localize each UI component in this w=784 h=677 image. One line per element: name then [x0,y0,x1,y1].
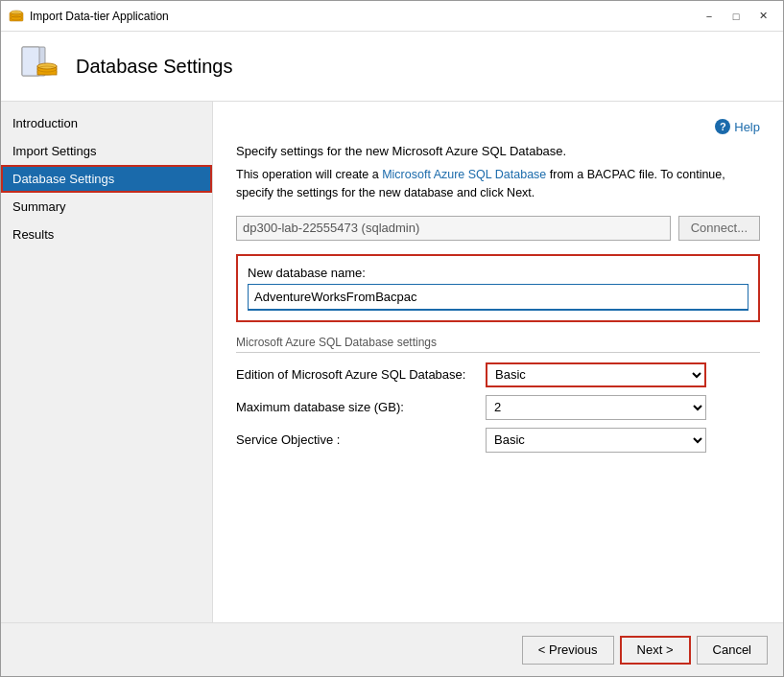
maximize-button[interactable]: □ [724,7,748,26]
previous-button[interactable]: < Previous [522,636,614,665]
sidebar: Introduction Import Settings Database Se… [1,102,213,622]
section-title: Specify settings for the new Microsoft A… [236,144,760,158]
max-size-row: Maximum database size (GB): 1 2 5 10 [236,395,760,420]
main-window: Import Data-tier Application − □ ✕ Datab… [0,0,784,677]
sidebar-item-results[interactable]: Results [1,221,212,248]
new-db-field-group: New database name: [236,254,760,322]
page-title: Database Settings [76,56,232,78]
sidebar-item-import-settings[interactable]: Import Settings [1,137,212,165]
service-objective-row: Service Objective : Basic S0 S1 S2 [236,428,760,453]
server-input[interactable] [236,216,671,241]
service-objective-label: Service Objective : [236,432,486,447]
app-icon [9,9,24,24]
content-area: Introduction Import Settings Database Se… [1,102,783,622]
close-button[interactable]: ✕ [750,7,775,26]
azure-settings-section: Microsoft Azure SQL Database settings Ed… [236,336,760,460]
sidebar-item-database-settings[interactable]: Database Settings [1,165,212,193]
help-section: ? Help [236,119,760,134]
title-bar: Import Data-tier Application − □ ✕ [1,1,783,32]
help-icon: ? [715,119,730,134]
azure-link[interactable]: Microsoft Azure SQL Database [382,168,546,181]
edition-select[interactable]: Basic Standard Premium [486,362,706,387]
minimize-button[interactable]: − [697,7,722,26]
service-objective-select[interactable]: Basic S0 S1 S2 [486,428,706,453]
page-header: Database Settings [1,32,783,102]
connect-button[interactable]: Connect... [678,216,760,241]
description: This operation will create a Microsoft A… [236,166,760,202]
server-row: Connect... [236,216,760,241]
title-bar-controls: − □ ✕ [697,7,775,26]
cancel-button[interactable]: Cancel [697,636,768,665]
new-db-label: New database name: [248,266,748,280]
edition-row: Edition of Microsoft Azure SQL Database:… [236,362,760,387]
footer: < Previous Next > Cancel [1,622,783,676]
help-button[interactable]: ? Help [715,119,760,134]
azure-settings-title: Microsoft Azure SQL Database settings [236,336,760,353]
sidebar-item-introduction[interactable]: Introduction [1,109,212,137]
next-button[interactable]: Next > [620,636,691,665]
title-bar-text: Import Data-tier Application [30,10,697,23]
main-panel: ? Help Specify settings for the new Micr… [213,102,783,622]
max-size-label: Maximum database size (GB): [236,400,486,414]
svg-rect-5 [22,47,39,76]
header-icon [16,43,62,89]
sidebar-item-summary[interactable]: Summary [1,193,212,221]
edition-label: Edition of Microsoft Azure SQL Database: [236,367,486,382]
new-db-input[interactable] [248,284,748,311]
max-size-select[interactable]: 1 2 5 10 [486,395,706,420]
